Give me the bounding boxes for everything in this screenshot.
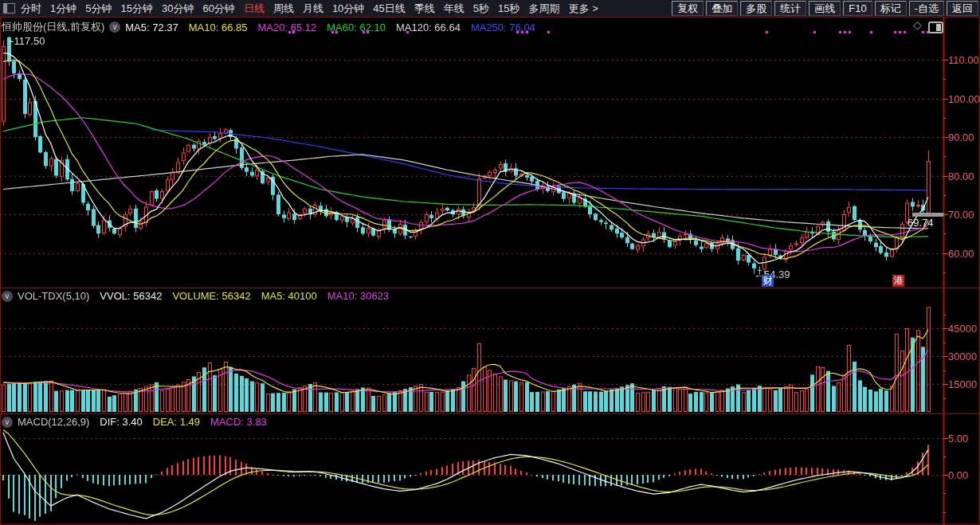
period-tab-30分钟[interactable]: 30分钟	[162, 2, 194, 16]
toolbar-right-buttons: 复权叠加多股统计画线F10标记-自选返回	[669, 1, 980, 16]
event-marker-dot[interactable]	[922, 31, 924, 33]
high-price-annotation: ~117.50	[8, 35, 45, 47]
period-tab-季线[interactable]: 季线	[414, 2, 435, 16]
event-marker-dot[interactable]	[516, 31, 519, 33]
toolbar-button--自选[interactable]: -自选	[909, 1, 944, 16]
price-axis-label: 110.00	[948, 54, 979, 66]
period-tab-1分钟[interactable]: 1分钟	[50, 2, 76, 16]
price-axis-label: 90.00	[948, 131, 974, 143]
event-marker-dot[interactable]	[894, 31, 896, 33]
volume-indicator-label: VOL-TDX(5,10)	[18, 290, 89, 302]
price-axis-label: 70.00	[948, 209, 974, 221]
vvol-value: VVOL: 56342	[100, 290, 162, 302]
event-marker-dot[interactable]	[288, 31, 291, 33]
volume-axis-label: 15000	[948, 378, 977, 390]
volume-pane-header: ∨ VOL-TDX(5,10) VVOL: 56342 VOLUME: 5634…	[2, 290, 389, 302]
ma5-value: MA5: 72.37	[125, 22, 178, 33]
chart-plot-area[interactable]	[0, 0, 980, 525]
period-tab-月线[interactable]: 月线	[303, 2, 323, 16]
period-tab-更多 >[interactable]: 更多 >	[569, 2, 598, 16]
period-tab-年线[interactable]: 年线	[444, 2, 465, 16]
toolbar-button-画线[interactable]: 画线	[809, 1, 841, 16]
event-marker-dot[interactable]	[766, 31, 768, 33]
event-marker-dot[interactable]	[367, 31, 369, 33]
period-tab-60分钟[interactable]: 60分钟	[202, 2, 234, 16]
period-tab-15秒[interactable]: 15秒	[498, 2, 519, 16]
ma20-value: MA20: 65.12	[258, 22, 317, 33]
price-axis-label: 60.00	[948, 247, 974, 259]
macd-value: MACD: 3.83	[210, 416, 267, 428]
volume-value: VOLUME: 56342	[172, 290, 250, 302]
price-axis-label: 100.00	[948, 92, 980, 104]
toolbar-button-复权[interactable]: 复权	[672, 1, 704, 16]
event-marker-dot[interactable]	[813, 31, 816, 33]
event-marker-dot[interactable]	[521, 31, 523, 33]
period-tab-日线[interactable]: 日线	[244, 2, 265, 16]
collapse-pane-icon[interactable]: ∨	[109, 22, 120, 33]
toolbar-button-多股[interactable]: 多股	[740, 1, 772, 16]
event-marker-dot[interactable]	[904, 31, 906, 33]
period-tab-多周期[interactable]: 多周期	[529, 2, 560, 16]
period-tab-15分钟[interactable]: 15分钟	[120, 2, 152, 16]
period-tab-周线[interactable]: 周线	[273, 2, 294, 16]
macd-indicator-label: MACD(12,26,9)	[18, 416, 89, 428]
diamond-marker-icon[interactable]: ◇	[913, 18, 922, 31]
dif-value: DIF: 3.40	[100, 416, 142, 428]
macd-pane-header: ∨ MACD(12,26,9) DIF: 3.40 DEA: 1.49 MACD…	[2, 416, 267, 428]
collapse-macd-icon[interactable]: ∨	[2, 417, 13, 428]
event-marker-dot[interactable]	[870, 31, 872, 33]
event-marker-dot[interactable]	[292, 31, 295, 33]
toolbar-button-返回[interactable]: 返回	[947, 1, 978, 16]
volume-ma10-value: MA10: 30623	[327, 290, 389, 302]
toolbar-button-叠加[interactable]: 叠加	[706, 1, 738, 16]
event-marker-dot[interactable]	[839, 31, 841, 33]
collapse-volume-icon[interactable]: ∨	[2, 291, 13, 302]
event-marker-dot[interactable]	[899, 31, 901, 33]
hk-event-badge[interactable]: 港	[892, 275, 904, 287]
period-tabs: 分时1分钟5分钟15分钟30分钟60分钟日线周线月线10分钟45日线季线年线5秒…	[21, 2, 607, 16]
finance-event-badge[interactable]: 财	[762, 275, 774, 287]
period-tab-10分钟[interactable]: 10分钟	[332, 2, 364, 16]
toolbar-button-统计[interactable]: 统计	[774, 1, 806, 16]
event-marker-dot[interactable]	[406, 31, 409, 33]
volume-ma5-value: MA5: 40100	[261, 290, 317, 302]
macd-axis-label: 5.00	[948, 432, 968, 444]
event-marker-dot[interactable]	[363, 31, 365, 33]
main-pane-header: 恒帅股份(日线,前复权) ∨ MA5: 72.37 MA10: 66.85 MA…	[2, 20, 535, 34]
event-marker-dot[interactable]	[849, 31, 851, 33]
event-marker-dot[interactable]	[335, 31, 338, 33]
period-tab-45日线[interactable]: 45日线	[373, 2, 405, 16]
volume-axis-label: 30000	[948, 351, 977, 362]
last-price-label: 69.74	[907, 217, 934, 229]
toolbar-button-标记[interactable]: 标记	[875, 1, 907, 16]
period-tab-5分钟[interactable]: 5分钟	[85, 2, 112, 16]
volume-axis-label: 45000	[948, 323, 977, 335]
symbol-title: 恒帅股份(日线,前复权)	[2, 20, 104, 34]
event-marker-dot[interactable]	[526, 31, 528, 33]
price-axis-label: 80.00	[948, 170, 974, 182]
top-menubar: 分时1分钟5分钟15分钟30分钟60分钟日线周线月线10分钟45日线季线年线5秒…	[0, 0, 980, 17]
period-tab-分时[interactable]: 分时	[21, 2, 41, 16]
ma10-value: MA10: 66.85	[189, 22, 248, 33]
stock-chart-window: 分时1分钟5分钟15分钟30分钟60分钟日线周线月线10分钟45日线季线年线5秒…	[0, 0, 980, 525]
event-marker-dot[interactable]	[844, 31, 846, 33]
period-tab-5秒[interactable]: 5秒	[473, 2, 489, 16]
layout-panel-icon[interactable]	[3, 3, 15, 14]
toolbar-button-F10[interactable]: F10	[843, 1, 872, 16]
event-marker-dot[interactable]	[331, 31, 334, 33]
event-marker-dot[interactable]	[547, 31, 550, 33]
dea-value: DEA: 1.49	[153, 416, 200, 428]
split-view-icon[interactable]	[928, 22, 943, 33]
macd-axis-label: 0.00	[948, 469, 968, 481]
